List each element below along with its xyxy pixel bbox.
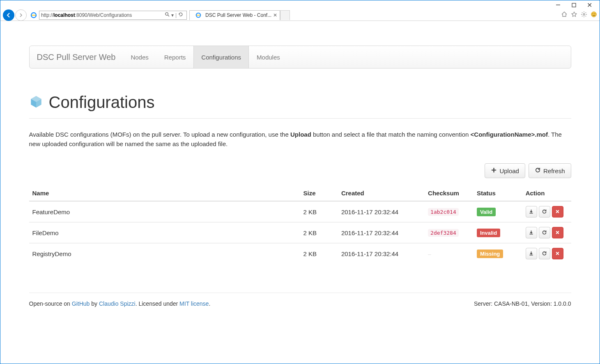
cell-created: 2016-11-17 20:32:44 <box>338 243 425 264</box>
cell-status: Invalid <box>474 222 522 243</box>
refresh-icon <box>542 250 547 257</box>
license-link[interactable]: MIT license <box>179 300 209 307</box>
delete-button[interactable] <box>552 227 563 238</box>
recalc-button[interactable] <box>539 206 550 217</box>
svg-point-6 <box>583 13 585 15</box>
download-button[interactable] <box>526 227 537 238</box>
refresh-button[interactable]: Refresh <box>529 163 571 178</box>
svg-point-8 <box>593 14 593 14</box>
nav-item-configurations[interactable]: Configurations <box>193 46 249 68</box>
svg-rect-1 <box>572 3 576 7</box>
status-badge: Missing <box>477 250 503 258</box>
toolbar-right <box>561 11 597 19</box>
tab-close-icon[interactable]: ✕ <box>273 12 277 18</box>
page-description: Available DSC configurations (MOFs) on t… <box>29 130 571 149</box>
cell-name: FileDemo <box>29 222 300 243</box>
url-prefix: http:// <box>41 12 53 18</box>
close-icon <box>555 208 560 215</box>
cell-action <box>522 243 571 264</box>
ie-icon <box>30 11 37 19</box>
cube-icon <box>29 95 43 110</box>
address-bar[interactable]: http://localhost:8090/Web/Configurations… <box>39 11 187 20</box>
cell-status: Valid <box>474 201 522 222</box>
cell-checksum: 2def3284 <box>425 222 474 243</box>
browser-window: ✕ http://localhost:8090/Web/Configuratio… <box>0 0 600 364</box>
url-host: localhost <box>53 12 75 18</box>
col-status: Status <box>474 185 522 201</box>
window-titlebar: ✕ <box>0 0 600 9</box>
browser-toolbar: http://localhost:8090/Web/Configurations… <box>0 9 600 21</box>
ie-icon <box>195 11 202 19</box>
window-minimize-button[interactable] <box>550 1 566 9</box>
page-title: Configurations <box>49 93 155 112</box>
nav-back-button[interactable] <box>3 9 14 21</box>
cell-created: 2016-11-17 20:32:44 <box>338 201 425 222</box>
home-icon[interactable] <box>561 11 568 19</box>
browser-tab[interactable]: DSC Pull Server Web - Conf... ✕ <box>189 10 280 20</box>
delete-button[interactable] <box>552 248 563 259</box>
recalc-button[interactable] <box>539 248 550 259</box>
svg-point-9 <box>595 14 595 14</box>
download-button[interactable] <box>526 206 537 217</box>
favorites-icon[interactable] <box>571 11 577 19</box>
status-badge: Invalid <box>477 229 500 237</box>
col-name: Name <box>29 185 300 201</box>
close-icon <box>555 250 560 257</box>
download-button[interactable] <box>526 248 537 259</box>
nav-item-reports[interactable]: Reports <box>156 46 194 68</box>
cell-size: 2 KB <box>300 243 338 264</box>
col-size: Size <box>300 185 338 201</box>
emoji-face-icon[interactable] <box>591 11 597 19</box>
footer-left: Open-source on GitHub by Claudio Spizzi.… <box>29 300 211 307</box>
cell-checksum: 1ab2c014 <box>425 201 474 222</box>
settings-icon[interactable] <box>581 11 587 19</box>
window-close-button[interactable]: ✕ <box>582 1 597 9</box>
recalc-button[interactable] <box>539 227 550 238</box>
actions-row: Upload Refresh <box>29 163 571 178</box>
delete-button[interactable] <box>552 206 563 217</box>
col-action: Action <box>522 185 571 201</box>
cell-name: RegistryDemo <box>29 243 300 264</box>
reload-icon[interactable] <box>178 12 183 18</box>
refresh-icon <box>542 208 547 215</box>
nav-item-modules[interactable]: Modules <box>249 46 288 68</box>
svg-line-4 <box>168 15 169 16</box>
cell-status: Missing <box>474 243 522 264</box>
cell-action <box>522 201 571 222</box>
window-maximize-button[interactable] <box>566 1 582 9</box>
checksum-value: 1ab2c014 <box>428 208 459 216</box>
table-row: FeatureDemo2 KB2016-11-17 20:32:441ab2c0… <box>29 201 571 222</box>
cell-action <box>522 222 571 243</box>
checksum-value: — <box>428 251 431 257</box>
status-badge: Valid <box>477 208 496 216</box>
upload-button[interactable]: Upload <box>485 163 525 178</box>
svg-point-3 <box>166 13 168 16</box>
tab-strip: DSC Pull Server Web - Conf... ✕ <box>189 10 290 20</box>
navbar: DSC Pull Server Web Nodes Reports Config… <box>29 46 571 69</box>
search-icon[interactable] <box>165 12 170 18</box>
url-suffix: :8090/Web/Configurations <box>75 12 132 18</box>
new-tab-button[interactable] <box>280 10 290 20</box>
nav-forward-button[interactable] <box>15 9 27 21</box>
cell-checksum: — <box>425 243 474 264</box>
author-link[interactable]: Claudio Spizzi <box>99 300 136 307</box>
table-row: FileDemo2 KB2016-11-17 20:32:442def3284I… <box>29 222 571 243</box>
tab-title: DSC Pull Server Web - Conf... <box>205 12 271 18</box>
download-icon <box>529 229 534 236</box>
cell-size: 2 KB <box>300 201 338 222</box>
download-icon <box>529 208 534 215</box>
configurations-table: Name Size Created Checksum Status Action… <box>29 185 571 264</box>
navbar-brand[interactable]: DSC Pull Server Web <box>30 46 123 68</box>
page-header: Configurations <box>29 93 571 119</box>
refresh-icon <box>542 229 547 236</box>
table-row: RegistryDemo2 KB2016-11-17 20:32:44—Miss… <box>29 243 571 264</box>
cell-name: FeatureDemo <box>29 201 300 222</box>
download-icon <box>529 250 534 257</box>
dropdown-caret-icon[interactable]: ▾ <box>171 12 174 18</box>
checksum-value: 2def3284 <box>428 229 459 237</box>
footer: Open-source on GitHub by Claudio Spizzi.… <box>29 293 571 307</box>
nav-item-nodes[interactable]: Nodes <box>123 46 156 68</box>
page-viewport: DSC Pull Server Web Nodes Reports Config… <box>0 21 600 364</box>
address-right: ▾ | <box>165 12 185 18</box>
github-link[interactable]: GitHub <box>72 300 90 307</box>
